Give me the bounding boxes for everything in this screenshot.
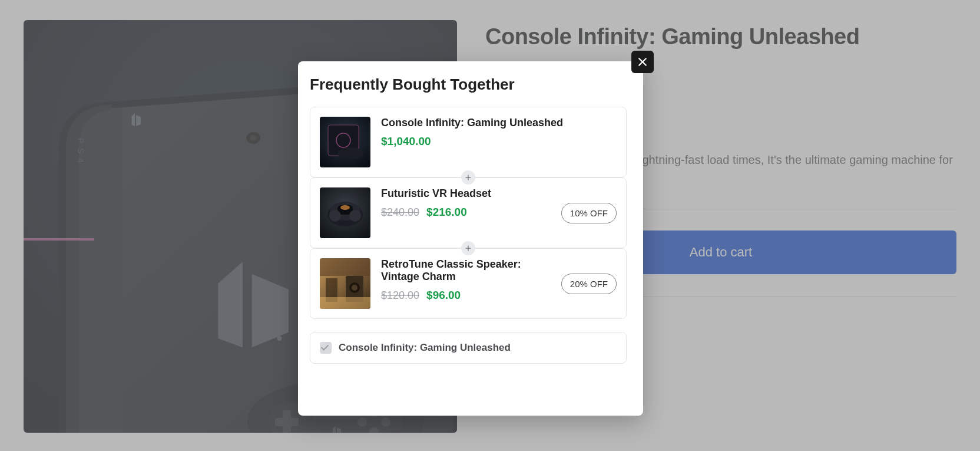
close-icon (637, 56, 648, 68)
fbt-item-title: RetroTune Classic Speaker: Vintage Charm (381, 258, 551, 283)
fbt-item-thumbnail (320, 187, 370, 238)
fbt-item-discount-badge: 20% OFF (561, 274, 617, 294)
fbt-checklist: Console Infinity: Gaming Unleashed (310, 332, 627, 364)
svg-point-35 (340, 205, 350, 210)
fbt-item-price: $96.00 (426, 289, 461, 302)
modal-title: Frequently Bought Together (310, 75, 631, 94)
fbt-item-title: Console Infinity: Gaming Unleashed (381, 117, 617, 129)
svg-rect-44 (320, 297, 370, 309)
svg-point-34 (349, 210, 361, 222)
fbt-connector (310, 170, 627, 185)
svg-point-42 (352, 285, 357, 291)
plus-icon (461, 241, 475, 255)
fbt-checklist-label: Console Infinity: Gaming Unleashed (339, 342, 511, 354)
fbt-item: RetroTune Classic Speaker: Vintage Charm… (310, 248, 627, 319)
fbt-item-discount-badge: 10% OFF (561, 203, 617, 223)
fbt-item-strike-price: $120.00 (381, 289, 419, 302)
fbt-item-price: $1,040.00 (381, 135, 431, 148)
fbt-item-thumbnail (320, 258, 370, 309)
fbt-item-title: Futuristic VR Headset (381, 187, 551, 200)
svg-point-26 (337, 147, 363, 159)
fbt-checklist-row[interactable]: Console Infinity: Gaming Unleashed (320, 342, 617, 354)
fbt-item-price: $216.00 (426, 206, 467, 219)
checkbox-checked-icon[interactable] (320, 342, 332, 354)
close-button[interactable] (631, 51, 654, 73)
plus-icon (461, 170, 475, 185)
fbt-connector (310, 241, 627, 255)
fbt-item: Console Infinity: Gaming Unleashed $1,04… (310, 107, 627, 177)
svg-point-33 (329, 210, 341, 222)
fbt-item-thumbnail (320, 117, 370, 167)
fbt-item-strike-price: $240.00 (381, 206, 419, 219)
fbt-item: Futuristic VR Headset $240.00 $216.00 10… (310, 177, 627, 248)
svg-rect-39 (320, 258, 370, 276)
modal-scroll-area[interactable]: Console Infinity: Gaming Unleashed $1,04… (310, 107, 631, 404)
fbt-modal: Frequently Bought Together Console Infin… (298, 61, 643, 416)
